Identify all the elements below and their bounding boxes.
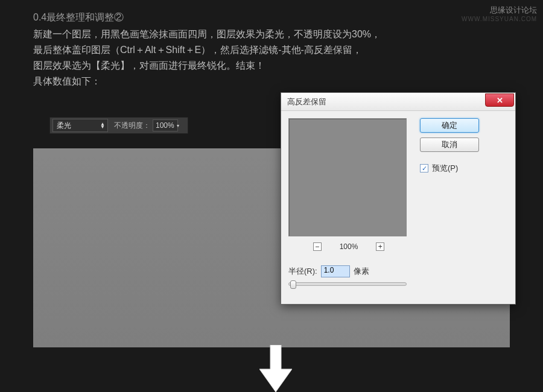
watermark-text: 思缘设计论坛: [490, 5, 537, 16]
paragraph-line: 图层效果选为【柔光】，对画面进行最终锐化。结束！: [33, 58, 510, 74]
radius-unit: 像素: [354, 266, 369, 277]
step-heading: 0.4最终整理和调整②: [33, 10, 510, 25]
preview-checkbox[interactable]: ✓: [420, 164, 428, 172]
close-icon: ✕: [497, 96, 503, 105]
tutorial-text: 0.4最终整理和调整② 新建一个图层，用黑色画笔涂抹画面四周，图层效果为柔光，不…: [0, 0, 543, 89]
dialog-titlebar[interactable]: 高反差保留 ✕: [281, 93, 515, 111]
slider-thumb[interactable]: [290, 280, 296, 289]
blend-mode-select[interactable]: 柔光 ▲▼: [52, 119, 108, 132]
radius-label: 半径(R):: [288, 266, 317, 277]
filter-preview[interactable]: [288, 118, 407, 236]
chevron-down-icon: ▾: [177, 123, 179, 128]
dialog-title: 高反差保留: [287, 96, 326, 107]
watermark-url: WWW.MISSYUAN.COM: [462, 16, 537, 22]
dropdown-arrows-icon: ▲▼: [100, 122, 105, 128]
ok-button[interactable]: 确定: [420, 118, 479, 133]
paragraph-line: 具体数值如下：: [33, 74, 510, 89]
paragraph-line: 最后整体盖印图层（Ctrl＋Alt＋Shift＋E），然后选择滤镜-其他-高反差…: [33, 42, 510, 58]
blend-toolbar: 柔光 ▲▼ 不透明度： 100% ▾: [49, 117, 188, 134]
radius-slider[interactable]: [288, 282, 407, 286]
high-pass-dialog: 高反差保留 ✕ − 100% + 半径(R): 1.0 像素 确定 取消: [281, 92, 516, 305]
opacity-label: 不透明度：: [114, 121, 150, 131]
opacity-value-field[interactable]: 100% ▾: [153, 119, 178, 131]
zoom-out-button[interactable]: −: [313, 242, 322, 251]
preview-checkbox-label: 预览(P): [432, 163, 458, 174]
radius-input[interactable]: 1.0: [321, 265, 350, 277]
zoom-in-button[interactable]: +: [376, 242, 384, 251]
paragraph-line: 新建一个图层，用黑色画笔涂抹画面四周，图层效果为柔光，不透明度设为30%，: [33, 27, 510, 42]
blend-mode-value: 柔光: [57, 121, 71, 131]
close-button[interactable]: ✕: [485, 93, 514, 107]
opacity-value: 100%: [156, 121, 174, 130]
zoom-level: 100%: [340, 242, 358, 251]
cancel-button[interactable]: 取消: [420, 138, 479, 152]
arrow-down-icon: [259, 345, 292, 392]
